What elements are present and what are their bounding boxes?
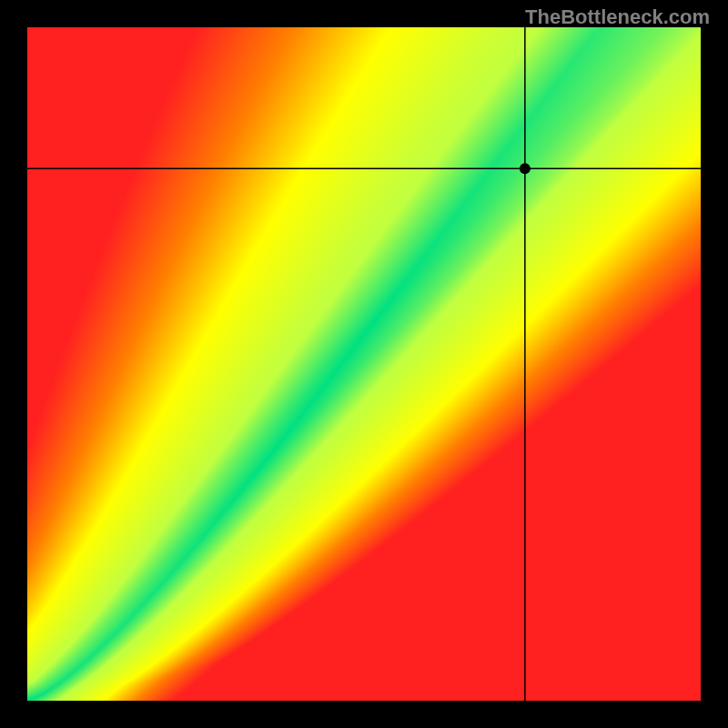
heatmap-plot [27, 27, 701, 701]
watermark-text: TheBottleneck.com [525, 5, 710, 29]
heatmap-canvas [27, 27, 701, 701]
